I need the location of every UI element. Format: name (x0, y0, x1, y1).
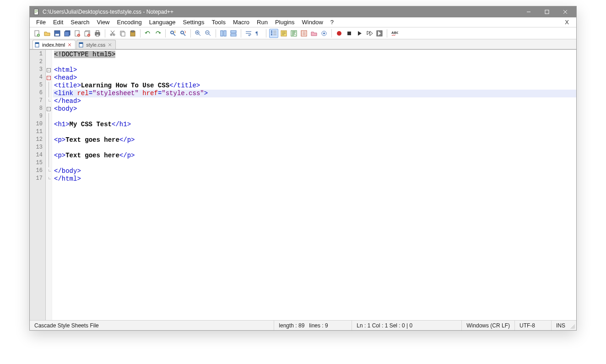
menu-file[interactable]: File (32, 18, 49, 27)
code-line[interactable]: <html> (53, 66, 576, 74)
menu-plugins[interactable]: Plugins (271, 18, 298, 27)
save-all-button[interactable] (63, 29, 72, 38)
status-length: length : 89 lines : 9 (274, 321, 352, 330)
close-button[interactable] (556, 6, 574, 17)
zoom-in-button[interactable] (194, 29, 203, 38)
code-line[interactable]: <!DOCTYPE html5> (53, 51, 576, 59)
code-area[interactable]: <!DOCTYPE html5><html><head><title>Learn… (52, 50, 576, 320)
open-file-button[interactable] (43, 29, 52, 38)
editor[interactable]: 1234567891011121314151617 −−− <!DOCTYPE … (30, 49, 576, 320)
tab-close-icon[interactable] (107, 42, 113, 48)
fold-cell[interactable]: − (46, 74, 52, 82)
fold-cell[interactable]: − (46, 66, 52, 74)
find-button[interactable] (168, 29, 178, 38)
save-macro-button[interactable] (375, 29, 384, 38)
undo-button[interactable] (143, 29, 152, 38)
menu-close-doc[interactable]: X (560, 18, 574, 27)
titlebar[interactable]: C:\Users\Julia\Desktop\css-test\style.cs… (30, 6, 576, 17)
show-all-chars-button[interactable]: ¶ (254, 29, 263, 38)
toolbar-separator (105, 29, 105, 37)
folder-as-workspace-button[interactable] (309, 29, 319, 38)
code-line[interactable]: <p>Text goes here</p> (53, 152, 576, 160)
indent-guide-button[interactable] (269, 29, 278, 38)
code-line[interactable]: <link rel="stylesheet" href="style.css"> (53, 90, 576, 97)
fold-cell[interactable] (46, 97, 52, 105)
fold-cell[interactable] (46, 136, 52, 144)
code-line[interactable] (53, 144, 576, 152)
save-button[interactable] (53, 29, 62, 38)
code-line[interactable] (53, 59, 576, 66)
code-line[interactable]: <title>Learning How To Use CSS</title> (53, 82, 576, 90)
fold-cell[interactable] (46, 121, 52, 128)
zoom-out-button[interactable] (204, 29, 213, 38)
code-line[interactable] (53, 128, 576, 136)
file-icon (79, 42, 84, 48)
menu-window[interactable]: Window (298, 18, 327, 27)
fold-gutter[interactable]: −−− (46, 50, 52, 320)
line-number: 15 (30, 160, 45, 167)
fold-cell[interactable] (46, 90, 52, 97)
paste-button[interactable] (128, 29, 137, 38)
menu-view[interactable]: View (93, 18, 114, 27)
menu-language[interactable]: Language (146, 18, 179, 27)
close-all-button[interactable] (83, 29, 92, 38)
copy-button[interactable] (118, 29, 127, 38)
code-line[interactable]: <h1>My CSS Test</h1> (53, 121, 576, 128)
word-wrap-button[interactable] (244, 29, 253, 38)
fold-cell[interactable] (46, 113, 52, 121)
menu-run[interactable]: Run (253, 18, 271, 27)
fold-cell[interactable] (46, 175, 52, 183)
menu-tools[interactable]: Tools (208, 18, 229, 27)
play-macro-button[interactable] (355, 29, 364, 38)
fold-cell[interactable] (46, 59, 52, 66)
doc-map-button[interactable] (289, 29, 298, 38)
menu-help[interactable]: ? (327, 18, 337, 27)
close-button[interactable] (73, 29, 82, 38)
code-line[interactable] (53, 113, 576, 121)
lang-udl-button[interactable] (279, 29, 288, 38)
sync-v-button[interactable] (219, 29, 228, 38)
fold-cell[interactable] (46, 144, 52, 152)
svg-rect-43 (79, 43, 83, 44)
monitor-button[interactable] (319, 29, 329, 38)
fold-cell[interactable] (46, 167, 52, 175)
fold-cell[interactable] (46, 160, 52, 167)
code-line[interactable]: </head> (53, 97, 576, 105)
new-file-button[interactable] (32, 29, 42, 38)
sync-h-button[interactable] (229, 29, 238, 38)
fold-cell[interactable] (46, 128, 52, 136)
code-line[interactable]: <head> (53, 74, 576, 82)
menu-settings[interactable]: Settings (179, 18, 208, 27)
svg-point-36 (337, 31, 341, 36)
redo-button[interactable] (153, 29, 162, 38)
spell-check-button[interactable]: ABC (390, 29, 399, 38)
code-line[interactable]: <body> (53, 105, 576, 113)
menu-macro[interactable]: Macro (229, 18, 253, 27)
code-line[interactable]: </body> (53, 167, 576, 175)
menu-edit[interactable]: Edit (49, 18, 67, 27)
minimize-button[interactable] (519, 6, 538, 17)
stop-macro-button[interactable] (345, 29, 354, 38)
tab-index-html[interactable]: index.html (32, 40, 76, 49)
fold-cell[interactable] (46, 152, 52, 160)
code-line[interactable] (53, 160, 576, 167)
code-line[interactable]: </html> (53, 175, 576, 183)
fold-cell[interactable] (46, 82, 52, 90)
play-multi-button[interactable] (365, 29, 374, 38)
fold-cell[interactable] (46, 51, 52, 59)
maximize-button[interactable] (538, 6, 556, 17)
menu-encoding[interactable]: Encoding (114, 18, 146, 27)
func-list-button[interactable] (299, 29, 308, 38)
cut-button[interactable] (108, 29, 117, 38)
line-number: 14 (30, 152, 45, 160)
record-macro-button[interactable] (335, 29, 344, 38)
menu-search[interactable]: Search (67, 18, 93, 27)
print-button[interactable] (93, 29, 102, 38)
code-line[interactable]: <p>Text goes here</p> (53, 136, 576, 144)
find-replace-button[interactable] (179, 29, 188, 38)
fold-cell[interactable]: − (46, 105, 52, 113)
tab-close-icon[interactable] (67, 42, 72, 48)
toolbar-separator (241, 29, 241, 37)
tab-style-css[interactable]: style.css (76, 40, 116, 49)
resize-grip-icon[interactable] (570, 321, 576, 330)
